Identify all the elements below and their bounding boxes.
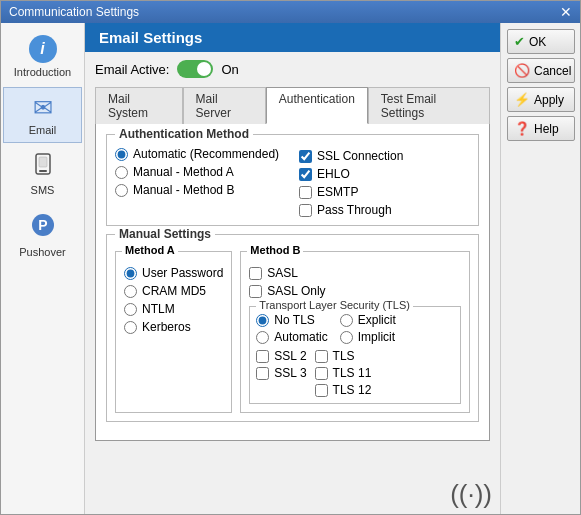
email-active-row: Email Active: On (95, 60, 490, 78)
method-b-title: Method B (247, 244, 303, 256)
toggle-knob (197, 62, 211, 76)
tls-box: Transport Layer Security (TLS) No TLS (249, 306, 461, 404)
method-b-box: Method B SASL SASL Only (240, 251, 470, 413)
checkbox-sasl-only[interactable]: SASL Only (249, 284, 461, 298)
communication-settings-window: Communication Settings ✕ i Introduction … (0, 0, 581, 515)
checkbox-sasl[interactable]: SASL (249, 266, 461, 280)
main-content: Email Settings Email Active: On Mail Sys… (85, 23, 500, 514)
sidebar: i Introduction ✉ Email SMS (1, 23, 85, 514)
tab-panel-authentication: Authentication Method Automatic (Recomme… (95, 123, 490, 441)
cancel-icon: 🚫 (514, 63, 530, 78)
radio-no-tls[interactable]: No TLS (256, 313, 327, 327)
ok-button[interactable]: ✔ OK (507, 29, 575, 54)
pushover-icon: P (30, 212, 56, 244)
email-active-label: Email Active: (95, 62, 169, 77)
tls-radios-col2: Explicit Implicit (340, 313, 396, 344)
tls-radios: No TLS Automatic (256, 313, 454, 344)
method-b-content: SASL SASL Only Transport Layer Security … (249, 266, 461, 404)
cancel-button[interactable]: 🚫 Cancel (507, 58, 575, 83)
bottom-area: ((·)) (85, 475, 500, 514)
ok-icon: ✔ (514, 34, 525, 49)
manual-settings-section: Manual Settings Method A User Password (106, 234, 479, 422)
radio-automatic-tls[interactable]: Automatic (256, 330, 327, 344)
tls-checkboxes: SSL 2 SSL 3 (256, 349, 454, 397)
method-a-box: Method A User Password CRAM MD5 (115, 251, 232, 413)
tls-title: Transport Layer Security (TLS) (256, 299, 413, 311)
radio-user-password[interactable]: User Password (124, 266, 223, 280)
title-bar: Communication Settings ✕ (1, 1, 580, 23)
help-button[interactable]: ❓ Help (507, 116, 575, 141)
tab-authentication[interactable]: Authentication (266, 87, 368, 124)
tls-checkboxes-col1: SSL 2 SSL 3 (256, 349, 306, 397)
apply-button[interactable]: ⚡ Apply (507, 87, 575, 112)
checkbox-ssl3[interactable]: SSL 3 (256, 366, 306, 380)
svg-rect-2 (39, 157, 47, 167)
right-panel-buttons: ✔ OK 🚫 Cancel ⚡ Apply ❓ Help (500, 23, 580, 514)
tls-radios-col1: No TLS Automatic (256, 313, 327, 344)
radio-manual-a[interactable]: Manual - Method A (115, 165, 279, 179)
manual-settings-section-title: Manual Settings (115, 227, 215, 241)
sidebar-item-sms[interactable]: SMS (3, 145, 82, 203)
email-settings-header: Email Settings (85, 23, 500, 52)
email-icon: ✉ (33, 94, 53, 122)
tabs-container: Mail System Mail Server Authentication T… (95, 86, 490, 123)
window-body: i Introduction ✉ Email SMS (1, 23, 580, 514)
toggle-on-label: On (221, 62, 238, 77)
sidebar-item-introduction[interactable]: i Introduction (3, 28, 82, 85)
email-active-toggle[interactable] (177, 60, 213, 78)
auth-method-left: Automatic (Recommended) Manual - Method … (115, 147, 279, 217)
checkbox-ssl2[interactable]: SSL 2 (256, 349, 306, 363)
tab-test-email[interactable]: Test Email Settings (368, 87, 490, 124)
svg-text:P: P (38, 217, 47, 233)
radio-cram-md5[interactable]: CRAM MD5 (124, 284, 223, 298)
checkbox-esmtp[interactable]: ESMTP (299, 185, 403, 199)
auth-method-content: Automatic (Recommended) Manual - Method … (115, 147, 470, 217)
svg-rect-1 (39, 170, 47, 172)
radio-automatic[interactable]: Automatic (Recommended) (115, 147, 279, 161)
checkbox-pass-through[interactable]: Pass Through (299, 203, 403, 217)
radio-ntlm[interactable]: NTLM (124, 302, 223, 316)
radio-explicit[interactable]: Explicit (340, 313, 396, 327)
checkbox-ssl-connection[interactable]: SSL Connection (299, 149, 403, 163)
checkbox-tls[interactable]: TLS (315, 349, 372, 363)
window-title: Communication Settings (9, 5, 139, 19)
checkbox-tls12[interactable]: TLS 12 (315, 383, 372, 397)
auth-method-right: SSL Connection EHLO ESMTP (299, 149, 403, 217)
sidebar-label-introduction: Introduction (14, 66, 71, 78)
method-a-options: User Password CRAM MD5 NTLM (124, 266, 223, 334)
sms-icon (31, 152, 55, 182)
radio-manual-b[interactable]: Manual - Method B (115, 183, 279, 197)
auth-method-section-title: Authentication Method (115, 127, 253, 141)
sidebar-label-pushover: Pushover (19, 246, 65, 258)
sidebar-item-email[interactable]: ✉ Email (3, 87, 82, 143)
method-a-title: Method A (122, 244, 178, 256)
apply-icon: ⚡ (514, 92, 530, 107)
wifi-icon: ((·)) (450, 479, 492, 510)
help-icon: ❓ (514, 121, 530, 136)
settings-body: Email Active: On Mail System Mail Server (85, 52, 500, 475)
checkbox-tls11[interactable]: TLS 11 (315, 366, 372, 380)
close-button[interactable]: ✕ (560, 5, 572, 19)
sidebar-label-sms: SMS (31, 184, 55, 196)
radio-implicit[interactable]: Implicit (340, 330, 396, 344)
tab-mail-server[interactable]: Mail Server (183, 87, 266, 124)
authentication-method-section: Authentication Method Automatic (Recomme… (106, 134, 479, 226)
checkbox-ehlo[interactable]: EHLO (299, 167, 403, 181)
tab-mail-system[interactable]: Mail System (95, 87, 183, 124)
manual-settings-inner: Method A User Password CRAM MD5 (115, 251, 470, 413)
info-icon: i (29, 35, 57, 63)
radio-kerberos[interactable]: Kerberos (124, 320, 223, 334)
sidebar-label-email: Email (29, 124, 57, 136)
tls-checkboxes-col2: TLS TLS 11 (315, 349, 372, 397)
sidebar-item-pushover[interactable]: P Pushover (3, 205, 82, 265)
